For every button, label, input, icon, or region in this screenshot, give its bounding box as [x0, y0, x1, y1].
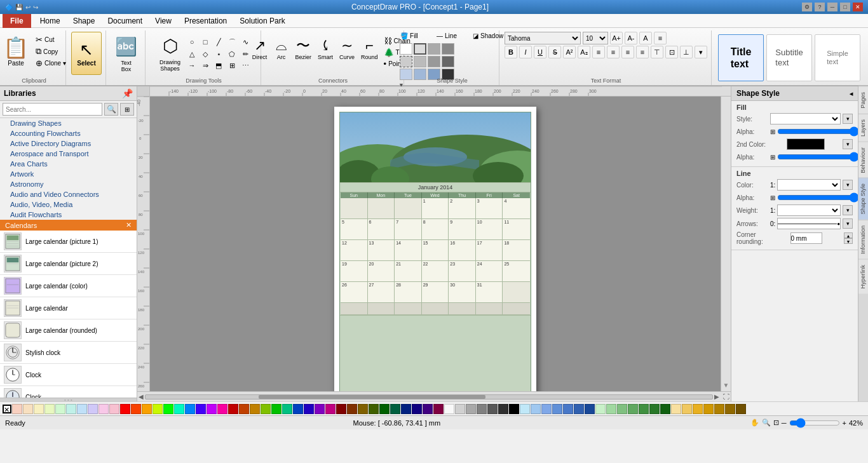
font-size-select[interactable]: 10	[583, 32, 608, 44]
palette-color-3[interactable]	[44, 404, 55, 414]
palette-color-17[interactable]	[196, 404, 206, 414]
palette-color-53[interactable]	[585, 404, 595, 414]
subscript-button[interactable]: A₂	[578, 46, 590, 58]
swatch-1[interactable]	[400, 43, 412, 55]
lib-item-active-directory[interactable]: Active Directory Diagrams	[0, 138, 137, 149]
line-color-dropdown[interactable]	[777, 179, 841, 191]
palette-color-1[interactable]	[23, 404, 33, 414]
file-menu[interactable]: File	[3, 14, 31, 28]
palette-color-41[interactable]	[455, 404, 465, 414]
superscript-button[interactable]: A²	[563, 46, 576, 58]
palette-color-4[interactable]	[55, 404, 65, 414]
zoom-in-icon[interactable]: +	[843, 419, 846, 427]
more-align-button[interactable]: ▾	[695, 46, 707, 58]
vert-mid-button[interactable]: ⊡	[665, 46, 678, 58]
close-category-icon[interactable]: ✕	[126, 221, 132, 229]
shape-style-collapse[interactable]: ◂	[850, 90, 853, 97]
star-tool[interactable]: ⋆	[212, 49, 225, 60]
library-search-button[interactable]: 🔍	[104, 103, 118, 116]
palette-color-59[interactable]	[649, 404, 660, 414]
select-button[interactable]: ↖ Select	[71, 32, 102, 75]
palette-color-55[interactable]	[606, 404, 616, 414]
bold-button[interactable]: B	[505, 46, 517, 58]
palette-color-0[interactable]	[12, 404, 22, 414]
lib-item-accounting[interactable]: Accounting Flowcharts	[0, 128, 137, 138]
palette-color-21[interactable]	[239, 404, 249, 414]
lib-item-audio-video-conn[interactable]: Audio and Video Connectors	[0, 189, 137, 199]
palette-color-16[interactable]	[185, 404, 195, 414]
palette-color-51[interactable]	[563, 404, 573, 414]
lib-subitem-1[interactable]: Large calendar (picture 2)	[0, 253, 137, 275]
settings-icon[interactable]: ⚙	[802, 3, 812, 11]
strikethrough-button[interactable]: S̶	[548, 46, 561, 58]
arr4-tool[interactable]: ⊞	[226, 60, 238, 71]
expand-canvas-btn[interactable]: ⛶	[723, 393, 729, 400]
lib-item-astronomy[interactable]: Astronomy	[0, 179, 137, 189]
palette-color-39[interactable]	[433, 404, 444, 414]
canvas-v-scroll[interactable]: ▼	[721, 97, 731, 391]
arr1-tool[interactable]: →	[186, 60, 198, 71]
palette-color-12[interactable]	[142, 404, 152, 414]
palette-color-22[interactable]	[250, 404, 260, 414]
palette-color-62[interactable]	[682, 404, 692, 414]
palette-color-24[interactable]	[271, 404, 281, 414]
palette-color-49[interactable]	[541, 404, 552, 414]
palette-color-18[interactable]	[207, 404, 217, 414]
swatch-6[interactable]	[414, 56, 426, 67]
palette-color-28[interactable]	[315, 404, 325, 414]
palette-color-29[interactable]	[325, 404, 336, 414]
swatch-5[interactable]	[400, 56, 412, 67]
layers-tab[interactable]: Layers	[858, 114, 868, 142]
poly-tool[interactable]: ⬠	[226, 49, 238, 60]
underline-button[interactable]: U	[534, 46, 546, 58]
palette-color-38[interactable]	[423, 404, 433, 414]
hyperlink-tab[interactable]: Hyperlink	[858, 259, 868, 294]
palette-color-10[interactable]	[120, 404, 130, 414]
minimize-btn[interactable]: ─	[827, 3, 837, 11]
palette-color-50[interactable]	[552, 404, 562, 414]
information-tab[interactable]: Information	[858, 220, 868, 259]
palette-color-6[interactable]	[77, 404, 87, 414]
smart-button[interactable]: ⤹ Smart	[315, 32, 336, 67]
fill-style-btn[interactable]: ▾	[843, 114, 853, 124]
palette-color-30[interactable]	[336, 404, 346, 414]
palette-color-8[interactable]	[98, 404, 109, 414]
lib-item-drawing-shapes[interactable]: Drawing Shapes	[0, 118, 137, 128]
swatch-8[interactable]	[442, 56, 454, 67]
paste-button[interactable]: 📋 Paste	[0, 32, 32, 70]
corner-spin-up[interactable]: ▲	[844, 232, 853, 238]
curve-button[interactable]: ∼ Curve	[337, 32, 357, 67]
lib-subitem-4[interactable]: Large calendar (rounded)	[0, 319, 137, 342]
line-color-btn[interactable]: ▾	[843, 180, 853, 190]
line-btn[interactable]: — Line	[435, 32, 470, 40]
title-style-subtitle[interactable]: Subtitletext	[766, 34, 812, 81]
lib-active-category[interactable]: Calendars ✕	[0, 220, 137, 231]
palette-color-34[interactable]	[379, 404, 390, 414]
palette-color-7[interactable]	[88, 404, 98, 414]
lib-subitem-7[interactable]: Clock	[0, 386, 137, 398]
home-menu[interactable]: Home	[34, 14, 67, 28]
italic-button[interactable]: I	[519, 46, 532, 58]
palette-color-42[interactable]	[466, 404, 476, 414]
lib-item-area-charts[interactable]: Area Charts	[0, 159, 137, 169]
scroll-right-btn[interactable]: ▶	[714, 393, 719, 400]
document-menu[interactable]: Document	[101, 14, 149, 28]
direct-button[interactable]: ↗ Direct	[250, 32, 270, 67]
palette-color-2[interactable]	[34, 404, 44, 414]
palette-color-54[interactable]	[595, 404, 606, 414]
view-menu[interactable]: View	[149, 14, 178, 28]
palette-color-57[interactable]	[628, 404, 638, 414]
h-scrollbar-track[interactable]	[145, 394, 713, 399]
shape-menu[interactable]: Shape	[67, 14, 102, 28]
lib-item-artwork[interactable]: Artwork	[0, 169, 137, 179]
palette-color-44[interactable]	[487, 404, 498, 414]
window-controls[interactable]: ⚙ ? ─ □ ✕	[802, 3, 863, 11]
palette-color-37[interactable]	[412, 404, 422, 414]
behaviour-tab[interactable]: Behaviour	[858, 142, 868, 178]
ellipse-tool[interactable]: ○	[186, 36, 198, 48]
corner-rounding-input[interactable]	[790, 232, 822, 244]
canvas-scroll-area[interactable]: January 2014 Sun Mon Tue Wed Thu Fr	[150, 97, 721, 391]
zoom-out-icon[interactable]: ─	[782, 419, 787, 427]
palette-color-20[interactable]	[228, 404, 238, 414]
library-view-button[interactable]: ⊞	[120, 103, 134, 116]
